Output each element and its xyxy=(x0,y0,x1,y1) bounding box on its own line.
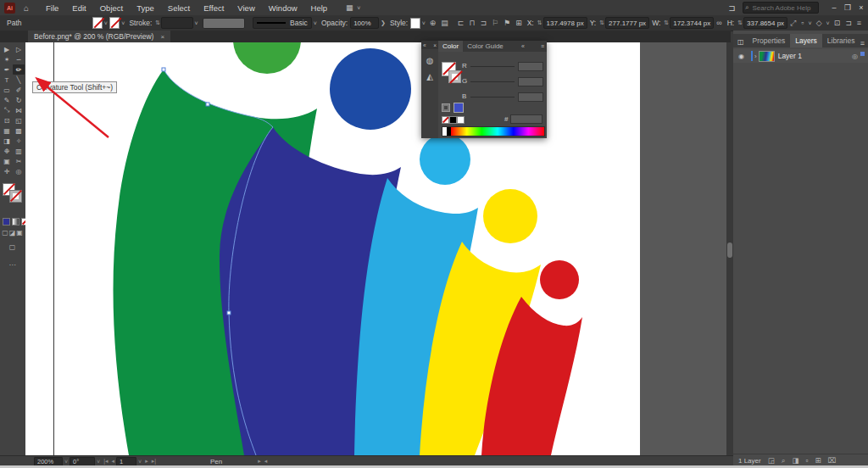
chevron-down-icon[interactable]: ˅ xyxy=(97,459,100,465)
r-value-field[interactable] xyxy=(518,62,543,71)
chevron-down-icon[interactable]: ˅ xyxy=(121,20,125,26)
zoom-level-field[interactable]: 200% xyxy=(34,457,63,466)
g-slider[interactable] xyxy=(470,81,515,82)
align-right-icon[interactable]: ⊐ xyxy=(480,19,487,27)
close-button[interactable]: × xyxy=(854,3,868,12)
last-artboard-icon[interactable]: ▸| xyxy=(152,458,156,465)
draw-behind-icon[interactable]: ◪ xyxy=(9,229,17,237)
chevron-down-icon[interactable]: ˅ xyxy=(138,459,142,465)
close-icon[interactable]: × xyxy=(433,42,437,48)
menu-select[interactable]: Select xyxy=(161,3,197,13)
menu-view[interactable]: View xyxy=(231,3,261,13)
tab-color[interactable]: Color xyxy=(438,41,463,52)
tab-layers[interactable]: Layers xyxy=(790,34,822,47)
layer-row[interactable]: ◉ › Layer 1 ◎ xyxy=(733,49,868,63)
chevron-down-icon[interactable]: ˅ xyxy=(104,20,108,26)
stroke-swatch[interactable] xyxy=(109,17,120,29)
fill-swatch[interactable] xyxy=(92,17,103,29)
expand-layer-icon[interactable]: › xyxy=(754,53,757,60)
draw-inside-icon[interactable]: ▣ xyxy=(16,229,24,237)
gradient-button[interactable] xyxy=(12,218,19,226)
corner-widget-icon[interactable]: ▫ xyxy=(801,19,804,27)
style-swatch[interactable] xyxy=(410,18,420,29)
artboard-number-field[interactable]: 1 xyxy=(116,457,136,466)
clipping-mask-icon[interactable]: ◨ xyxy=(792,456,798,465)
shear-widget-icon[interactable]: ◇ xyxy=(816,19,822,27)
y-stepper-icon[interactable]: ⇅ xyxy=(599,20,604,26)
collapsed-panel-icon-2[interactable]: ◭ xyxy=(421,72,438,81)
locate-object-icon[interactable]: ⌕ xyxy=(782,456,786,465)
slice-tool-icon[interactable]: ✂ xyxy=(13,156,25,166)
new-sublayer-icon[interactable]: ▫ xyxy=(806,456,809,465)
free-transform-tool-icon[interactable]: ⊡ xyxy=(1,115,13,125)
prev-artboard-icon[interactable]: ◂ xyxy=(112,458,115,465)
width-tool-icon[interactable]: ⋈ xyxy=(13,105,25,115)
panel-menu-icon[interactable]: ≡ xyxy=(541,43,544,49)
perspective-grid-tool-icon[interactable]: ▦ xyxy=(1,125,13,136)
layer-thumbnail[interactable] xyxy=(759,51,775,62)
vertical-scrollbar[interactable] xyxy=(726,42,733,455)
width-profile-dropdown[interactable] xyxy=(203,18,245,29)
pen-tool-icon[interactable]: ✒ xyxy=(1,64,13,75)
artboard-tool-icon[interactable]: ▣ xyxy=(1,156,13,166)
color-spectrum[interactable] xyxy=(442,126,545,136)
collapsed-panel-icon-1[interactable]: ◍ xyxy=(421,56,438,65)
hex-field[interactable] xyxy=(510,114,542,124)
x-field[interactable]: 137.4978 px xyxy=(543,17,587,29)
cyan-head-circle[interactable] xyxy=(420,134,470,185)
shaper-tool-icon[interactable]: ✎ xyxy=(1,95,13,105)
lasso-tool-icon[interactable]: ∽ xyxy=(13,54,25,64)
chevron-down-icon[interactable]: ˅ xyxy=(314,20,317,26)
rotation-field[interactable]: 0° xyxy=(70,457,95,466)
paintbrush-tool-icon[interactable]: ✐ xyxy=(13,85,25,95)
direct-selection-tool-icon[interactable]: ▷ xyxy=(13,44,25,54)
gradient-tool-icon[interactable]: ◨ xyxy=(1,136,13,146)
x-stepper-icon[interactable]: ⇅ xyxy=(537,20,542,26)
w-field[interactable]: 172.3744 px xyxy=(670,17,714,29)
status-split-left-icon[interactable]: ◂ xyxy=(264,458,268,465)
menu-effect[interactable]: Effect xyxy=(197,3,231,13)
touch-workspace-icon[interactable]: ⊡ xyxy=(834,19,841,27)
b-value-field[interactable] xyxy=(518,92,543,102)
align-center-icon[interactable]: ⊓ xyxy=(469,19,475,27)
menu-help[interactable]: Help xyxy=(304,3,335,13)
curvature-tool-icon[interactable]: ✏ xyxy=(13,64,25,75)
chevron-down-icon[interactable]: ˅ xyxy=(64,459,68,465)
screen-mode-button[interactable]: ▢ xyxy=(0,243,25,251)
target-circle-icon[interactable]: ◎ xyxy=(852,53,858,60)
r-slider[interactable] xyxy=(470,66,515,67)
magic-wand-tool-icon[interactable]: ✶ xyxy=(1,54,13,64)
restore-button[interactable]: ❐ xyxy=(841,3,854,12)
symbol-sprayer-tool-icon[interactable]: ❉ xyxy=(1,146,13,156)
tab-properties[interactable]: Properties xyxy=(748,34,791,47)
menu-edit[interactable]: Edit xyxy=(65,3,92,13)
w-stepper-icon[interactable]: ⇅ xyxy=(664,20,669,26)
search-box[interactable]: ⌕ xyxy=(743,2,819,14)
opacity-more-icon[interactable]: ❯ xyxy=(381,20,386,26)
dock-control-icon[interactable]: ⊐ xyxy=(845,19,852,27)
mesh-tool-icon[interactable]: ▩ xyxy=(13,125,25,136)
transform-icon[interactable]: ⤢ xyxy=(790,19,796,28)
shape-builder-tool-icon[interactable]: ◱ xyxy=(13,115,25,125)
home-icon[interactable]: ⌂ xyxy=(24,3,29,13)
align-left-icon[interactable]: ⊏ xyxy=(458,19,465,27)
g-value-field[interactable] xyxy=(518,77,543,86)
panel-menu-icon[interactable]: ≡ xyxy=(857,19,861,27)
rainbow-spectrum[interactable] xyxy=(451,127,544,136)
none-swatch[interactable] xyxy=(442,116,449,124)
line-segment-tool-icon[interactable]: ╲ xyxy=(13,75,25,85)
rotate-tool-icon[interactable]: ↻ xyxy=(13,95,25,105)
tab-close-icon[interactable]: × xyxy=(160,33,164,41)
recolor-artwork-icon[interactable]: ⊕ xyxy=(430,19,437,27)
collect-export-icon[interactable]: ◲ xyxy=(768,456,775,465)
white-swatch[interactable] xyxy=(457,116,465,124)
workspace-switcher-icon[interactable]: ▦ ˅ xyxy=(346,3,362,12)
hand-tool-icon[interactable]: ✛ xyxy=(1,166,13,176)
chevron-down-icon[interactable]: ˅ xyxy=(422,20,426,26)
minimize-button[interactable]: – xyxy=(827,3,841,12)
eyedropper-tool-icon[interactable]: ✧ xyxy=(13,136,25,146)
panel-menu-icon[interactable]: ≡ xyxy=(860,39,865,47)
stroke-weight-field[interactable] xyxy=(161,17,192,29)
document-setup-icon[interactable]: ▤ xyxy=(441,19,448,27)
red-head-circle[interactable] xyxy=(540,260,579,299)
